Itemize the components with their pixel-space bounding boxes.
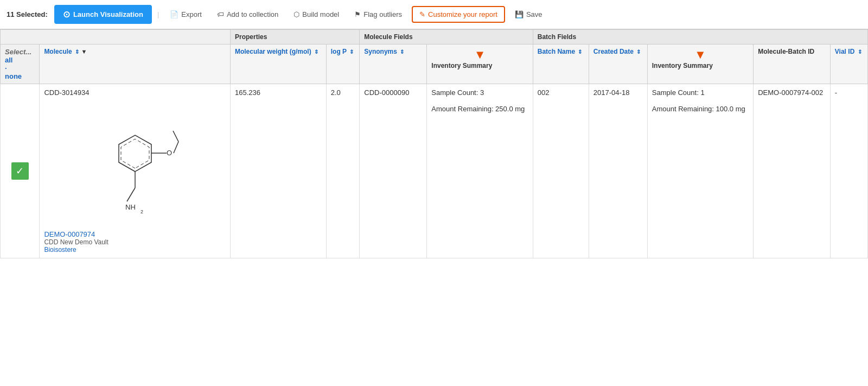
mw-sort-icon[interactable]: ⇕ bbox=[314, 49, 318, 55]
logp-cell: 2.0 bbox=[326, 84, 359, 258]
checkbox-checked-icon[interactable]: ✓ bbox=[11, 162, 29, 180]
created-date-col-label: Created Date bbox=[593, 48, 634, 55]
properties-group-label: Properties bbox=[235, 33, 267, 41]
molecule-vault: CDD New Demo Vault bbox=[44, 238, 226, 246]
batch-name-cell: 002 bbox=[533, 84, 589, 258]
table-body: ✓ CDD-3014934 NH 2 O DEMO-0007974 CDD Ne… bbox=[1, 84, 868, 258]
synonyms-sort-icon[interactable]: ⇕ bbox=[400, 49, 404, 55]
svg-marker-1 bbox=[121, 139, 149, 168]
selected-count-label: 11 Selected: bbox=[7, 10, 48, 18]
select-all-link[interactable]: all bbox=[5, 56, 35, 64]
export-button[interactable]: 📄 Export bbox=[164, 7, 207, 22]
mol-batch-id-cell: DEMO-0007974-002 bbox=[754, 84, 831, 258]
molecule-tag[interactable]: Bioisostere bbox=[44, 246, 226, 254]
customize-report-button[interactable]: ✎ Customize your report bbox=[412, 6, 505, 23]
batch-inventory-arrow-icon: ▼ bbox=[652, 48, 749, 62]
batch-inventory-col-label: Inventory Summary bbox=[652, 62, 713, 69]
th-mw[interactable]: Molecular weight (g/mol) ⇕ bbox=[230, 45, 326, 84]
select-none-link[interactable]: none bbox=[5, 72, 35, 80]
synonyms-cell: CDD-0000090 bbox=[360, 84, 427, 258]
created-date-cell: 2017-04-18 bbox=[589, 84, 647, 258]
logp-sort-icon[interactable]: ⇕ bbox=[349, 49, 354, 55]
created-date-sort-icon[interactable]: ⇕ bbox=[636, 49, 641, 55]
model-icon: ⬡ bbox=[293, 10, 299, 18]
mw-cell: 165.236 bbox=[230, 84, 326, 258]
th-batch-inventory: ▼ Inventory Summary bbox=[647, 45, 753, 84]
vial-id-col-label: Vial ID bbox=[835, 48, 854, 55]
table-wrapper: Properties Molecule Fields Batch Fields … bbox=[0, 29, 868, 386]
svg-text:2: 2 bbox=[141, 209, 143, 214]
batch-name-sort-icon[interactable]: ⇕ bbox=[578, 49, 582, 55]
select-label: Select... bbox=[5, 48, 35, 56]
mol-inventory-arrow-icon: ▼ bbox=[431, 48, 528, 62]
th-batch-name[interactable]: Batch Name ⇕ bbox=[533, 45, 589, 84]
th-molecule[interactable]: Molecule ⇕ ▼ bbox=[40, 45, 231, 84]
toolbar: 11 Selected: ⊙ Launch Visualization | 📄 … bbox=[0, 0, 868, 29]
export-icon: 📄 bbox=[170, 10, 178, 18]
customize-icon: ✎ bbox=[419, 10, 425, 18]
th-synonyms[interactable]: Synonyms ⇕ bbox=[360, 45, 427, 84]
table-row: ✓ CDD-3014934 NH 2 O DEMO-0007974 CDD Ne… bbox=[1, 84, 868, 258]
batch-inventory-cell: Sample Count: 1Amount Remaining: 100.0 m… bbox=[647, 84, 753, 258]
molecule-sort-icon[interactable]: ⇕ bbox=[75, 49, 79, 55]
th-mol-batch-id: Molecule-Batch ID bbox=[754, 45, 831, 84]
th-logp[interactable]: log P ⇕ bbox=[326, 45, 359, 84]
select-links: Select... all · none bbox=[5, 48, 35, 80]
svg-text:NH: NH bbox=[125, 203, 136, 211]
select-dot: · bbox=[5, 64, 35, 72]
flag-outliers-button[interactable]: ⚑ Flag outliers bbox=[349, 7, 407, 22]
svg-text:O: O bbox=[167, 149, 172, 157]
mol-inventory-cell: Sample Count: 3Amount Remaining: 250.0 m… bbox=[427, 84, 533, 258]
th-created-date[interactable]: Created Date ⇕ bbox=[589, 45, 647, 84]
logp-col-label: log P bbox=[331, 48, 347, 55]
data-table: Properties Molecule Fields Batch Fields … bbox=[0, 29, 868, 258]
save-button[interactable]: 💾 Save bbox=[509, 7, 548, 22]
separator-1: | bbox=[157, 10, 159, 18]
molecule-fields-group-label: Molecule Fields bbox=[364, 33, 412, 41]
group-molecule-fields: Molecule Fields bbox=[360, 30, 533, 45]
synonyms-col-label: Synonyms bbox=[364, 48, 397, 55]
launch-visualization-button[interactable]: ⊙ Launch Visualization bbox=[54, 5, 152, 24]
batch-name-col-label: Batch Name bbox=[538, 48, 575, 55]
th-vial-id[interactable]: Vial ID ⇕ bbox=[830, 45, 867, 84]
svg-line-9 bbox=[173, 131, 178, 142]
mw-col-label: Molecular weight (g/mol) bbox=[235, 48, 311, 55]
group-batch-fields: Batch Fields bbox=[533, 30, 867, 45]
mol-batch-id-col-label: Molecule-Batch ID bbox=[758, 48, 814, 55]
flag-icon: ⚑ bbox=[354, 10, 361, 18]
add-to-collection-button[interactable]: 🏷 Add to collection bbox=[212, 7, 284, 22]
th-mol-inventory: ▼ Inventory Summary bbox=[427, 45, 533, 84]
svg-marker-0 bbox=[119, 135, 151, 172]
molecule-structure: NH 2 O bbox=[44, 101, 226, 226]
molecule-dropdown-icon[interactable]: ▼ bbox=[81, 48, 87, 55]
th-select: Select... all · none bbox=[1, 45, 40, 84]
molecule-col-label: Molecule bbox=[44, 48, 72, 55]
group-header-row: Properties Molecule Fields Batch Fields bbox=[1, 30, 868, 45]
svg-line-8 bbox=[174, 142, 178, 153]
molecule-id: CDD-3014934 bbox=[44, 88, 226, 97]
vial-id-cell: - bbox=[830, 84, 867, 258]
row-checkbox-cell[interactable]: ✓ bbox=[1, 84, 40, 258]
svg-line-3 bbox=[127, 188, 135, 201]
molecule-cell: CDD-3014934 NH 2 O DEMO-0007974 CDD New … bbox=[40, 84, 231, 258]
mol-inventory-col-label: Inventory Summary bbox=[431, 62, 492, 69]
batch-fields-group-label: Batch Fields bbox=[538, 33, 576, 41]
collection-icon: 🏷 bbox=[217, 10, 224, 18]
save-icon: 💾 bbox=[515, 10, 524, 18]
molecule-name-link[interactable]: DEMO-0007974 bbox=[44, 230, 95, 238]
launch-icon: ⊙ bbox=[63, 9, 70, 20]
vial-id-sort-icon[interactable]: ⇕ bbox=[858, 49, 862, 55]
group-properties: Properties bbox=[230, 30, 359, 45]
build-model-button[interactable]: ⬡ Build model bbox=[288, 7, 344, 22]
group-select-empty bbox=[1, 30, 231, 45]
column-header-row: Select... all · none Molecule ⇕ ▼ Molecu… bbox=[1, 45, 868, 84]
